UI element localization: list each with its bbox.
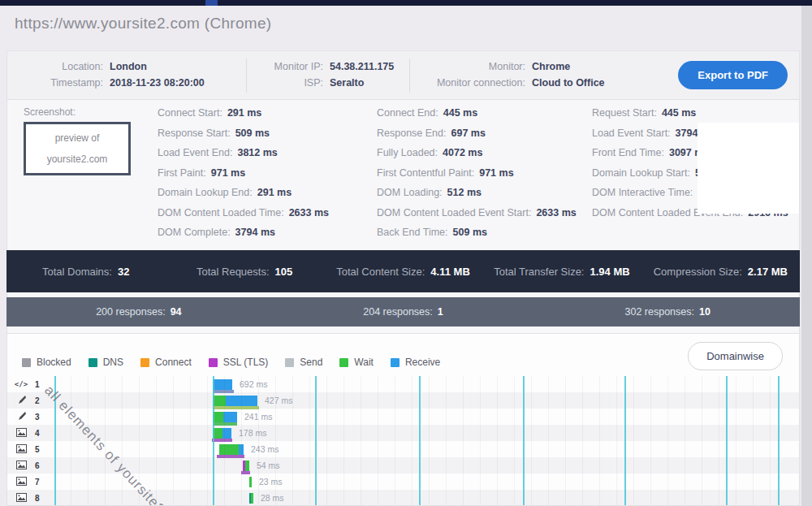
metric-label: Domain Lookup Start: [592,167,690,179]
row-icon-cell [7,442,35,456]
field-row: Domain Lookup End:291 ms [158,188,377,198]
wait-segment [213,412,223,422]
request-bar[interactable]: 54 ms [243,461,280,471]
receive-swatch [391,358,400,367]
metric-value: 2633 ms [289,207,329,218]
export-to-pdf-button[interactable]: Export to PDF [678,61,788,89]
field-value: Seralto [330,78,364,89]
field-row: Fully Loaded:4072 ms [377,148,592,158]
field-row: Connect End:445 ms [377,108,592,119]
total-label: Total Content Size: [336,266,425,278]
metric-label: Back End Time: [377,227,448,238]
total-value: 32 [118,266,129,278]
request-bar[interactable]: 427 ms [213,396,292,406]
field-row: Timestamp:2018-11-23 08:20:00 [7,78,244,89]
duration-label: 243 ms [251,444,279,454]
metric-label: DOM Interactive Time: [592,187,693,198]
image-icon [16,426,27,440]
image-icon [16,491,27,505]
waterfall-row[interactable]: 828 ms [7,490,799,506]
request-bar[interactable]: 28 ms [249,493,284,504]
response-value: 10 [699,306,710,318]
field-value: 2018-11-23 08:20:00 [110,78,205,89]
field-row: DOM Content Loaded Time:2633 ms [158,208,377,218]
waterfall-rows: </>1692 ms2427 ms3241 ms4178 ms5243 ms65… [7,376,799,506]
waterfall-row[interactable]: 2427 ms [7,392,799,409]
sub-strip [217,455,244,458]
waterfall-row[interactable]: 5243 ms [7,441,799,457]
field-row: Total Transfer Size:1.94 MB [482,266,641,278]
metric-value: 445 ms [443,107,477,119]
duration-label: 28 ms [261,493,284,503]
duration-label: 241 ms [244,412,272,422]
response-label: 204 responses: [363,306,432,318]
metric-value: 4072 ms [443,147,482,158]
sub-strip [213,406,259,409]
field-row: Compression Size:2.17 MB [641,266,800,278]
metric-value: 2633 ms [536,207,576,218]
blocked-swatch [22,358,31,367]
row-icon-cell [7,474,35,489]
image-icon [16,442,27,456]
brush-icon [16,393,26,408]
row-icon-cell [7,426,35,440]
request-bar[interactable]: 692 ms [213,379,267,390]
waterfall-row[interactable]: </>1692 ms [7,376,799,392]
field-row: DOM Loading:512 ms [377,188,592,198]
field-row: Connect Start:291 ms [158,108,377,119]
domainwise-button[interactable]: Domainwise [688,342,783,370]
metric-value: 3794 ms [235,227,275,238]
legend-label: Wait [354,357,374,368]
metric-label: DOM Content Loaded Time: [158,207,284,218]
metric-label: Front End Time: [592,147,664,158]
legend-label: DNS [103,357,123,368]
field-row: Total Content Size:4.11 MB [324,266,482,278]
image-icon [16,474,27,489]
dns-swatch [89,358,97,367]
page-title: https://www.yoursite2.com (Chrome) [15,15,271,32]
metrics-section: Screenshot: preview of yoursite2.com Con… [7,100,799,251]
connect-swatch [140,358,149,367]
request-bar[interactable]: 23 ms [249,477,283,487]
metric-label: Load Event Start: [592,128,671,139]
row-number: 4 [35,429,54,438]
row-icon-cell: </> [7,380,35,388]
field-row: Back End Time:509 ms [377,227,592,238]
metric-value: 3812 ms [237,147,277,158]
request-bar[interactable]: 241 ms [213,412,272,422]
metric-label: Connect End: [377,107,438,119]
field-label: ISP: [248,78,323,89]
legend-item-wait: Wait [339,357,374,368]
legend-item-send: Send [285,357,322,368]
metrics-column-2: Connect End:445 msResponse End:697 msFul… [377,108,592,238]
wait-segment [213,428,222,439]
metric-label: Request Start: [592,107,657,119]
field-row: 204 responses:1 [271,306,536,318]
field-label: Location: [7,62,103,72]
field-row: Response Start:509 ms [158,128,377,139]
wait-segment [251,493,253,504]
metrics-columns: Connect Start:291 msResponse Start:509 m… [158,108,791,238]
receive-segment [213,379,232,390]
legend-label: SSL (TLS) [223,357,269,368]
waterfall-legend: BlockedDNSConnectSSL (TLS)SendWaitReceiv… [22,357,440,368]
receive-segment [226,396,257,406]
image-icon [16,458,27,473]
request-bar[interactable]: 178 ms [213,428,266,439]
row-number: 3 [35,413,54,422]
screenshot-preview-line1: preview of [26,132,128,144]
responses-bar: 200 responses:94204 responses:1302 respo… [6,297,800,327]
field-row: ISP:Seralto [248,78,408,89]
white-overlay [698,123,799,214]
metric-label: First Contentful Paint: [377,167,474,179]
field-row: Response End:697 ms [377,128,592,139]
field-row: Monitor:Chrome [412,62,631,72]
divider [246,58,247,93]
totals-bar: Total Domains:32Total Requests:105Total … [6,250,800,292]
waterfall-row[interactable]: 4178 ms [7,425,799,441]
request-bar[interactable]: 243 ms [219,444,279,455]
wait-swatch [339,358,348,367]
field-row: Location:London [7,62,244,72]
waterfall-row[interactable]: 3241 ms [7,409,799,425]
response-label: 302 responses: [624,306,693,318]
